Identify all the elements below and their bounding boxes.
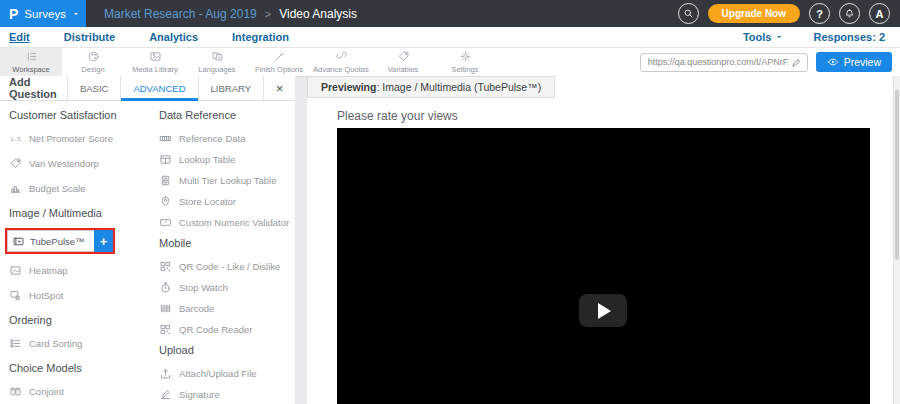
toolbar-item-media-library[interactable]: Media Library: [124, 48, 186, 76]
question-type-qr-code-reader[interactable]: QR Code Reader: [159, 323, 295, 336]
toolbar-item-advance-quotas[interactable]: Advance Quotas: [310, 48, 372, 76]
question-type-label: Reference Data: [179, 133, 246, 144]
bell-icon: [844, 8, 855, 19]
nav-item-distribute[interactable]: Distribute: [64, 31, 115, 43]
toolbar-item-languages[interactable]: ALanguages: [186, 48, 248, 76]
question-column-2: Data ReferenceReference DataLookup Table…: [147, 105, 295, 404]
wand-icon: [273, 50, 286, 63]
play-button[interactable]: [579, 294, 627, 327]
section-title: Image / Multimedia: [9, 207, 147, 219]
tab-library[interactable]: LIBRARY: [198, 76, 263, 100]
toolbar-item-label: Finish Options: [255, 65, 303, 74]
toolbar-item-label: Design: [81, 65, 104, 74]
eye-icon: [827, 56, 839, 68]
nav-item-integration[interactable]: Integration: [232, 31, 289, 43]
primary-nav: EditDistributeAnalyticsIntegration: [9, 31, 289, 43]
upload-icon: [159, 367, 172, 380]
video-icon: [12, 235, 25, 248]
play-icon: [598, 303, 611, 319]
toolbar-item-workspace[interactable]: Workspace: [0, 48, 62, 76]
tiers-icon: [159, 174, 172, 187]
question-type-label: Multi Tier Lookup Table: [179, 175, 277, 186]
question-type-attach-upload-file[interactable]: Attach/Upload File: [159, 367, 295, 380]
search-icon: [683, 8, 694, 19]
questionpro-logo: P: [9, 7, 18, 21]
question-type-signature[interactable]: Signature: [159, 388, 295, 401]
tag-icon: [397, 50, 410, 63]
toolbar-item-variables[interactable]: Variables: [372, 48, 434, 76]
section-title: Customer Satisfaction: [9, 109, 147, 121]
nav-item-analytics[interactable]: Analytics: [149, 31, 198, 43]
toolbar-item-label: Media Library: [132, 65, 177, 74]
data-strip-icon: [159, 132, 172, 145]
toolbar-item-label: Settings: [451, 65, 478, 74]
toolbar-item-label: Advance Quotas: [313, 65, 368, 74]
question-type-qr-code-like-dislike[interactable]: QR Code - Like / Dislike: [159, 260, 295, 273]
nav-right: Tools Responses: 2: [743, 31, 891, 43]
languages-icon: A: [211, 50, 224, 63]
preview-tab-label-bold: Previewing: [321, 81, 376, 93]
cursor-icon: [9, 289, 22, 302]
section-upload: UploadAttach/Upload FileSignature: [159, 344, 295, 401]
close-panel-button[interactable]: ×: [263, 76, 295, 100]
question-type-tubepulse[interactable]: TubePulse™: [7, 230, 94, 252]
breadcrumb: Market Research - Aug 2019 > Video Analy…: [104, 7, 357, 21]
video-player[interactable]: [337, 128, 870, 404]
question-type-conjoint[interactable]: Conjoint: [9, 385, 147, 398]
toolbar-item-settings[interactable]: Settings: [434, 48, 496, 76]
toolbar-item-design[interactable]: Design: [62, 48, 124, 76]
search-button[interactable]: [678, 3, 699, 24]
question-type-label: Budget Scale: [29, 183, 86, 194]
breadcrumb-page-name: Video Analysis: [279, 7, 357, 21]
question-type-label: Card Sorting: [29, 338, 82, 349]
add-question-type-button[interactable]: +: [94, 230, 113, 252]
question-type-store-locator[interactable]: Store Locator: [159, 195, 295, 208]
svg-text:5: 5: [17, 135, 21, 142]
help-button[interactable]: ?: [809, 3, 830, 24]
upgrade-now-button[interactable]: Upgrade Now: [708, 4, 800, 23]
tools-menu[interactable]: Tools: [743, 31, 784, 43]
question-type-hotspot[interactable]: HotSpot: [9, 289, 147, 302]
tools-label: Tools: [743, 31, 772, 43]
question-type-card-sorting[interactable]: Card Sorting: [9, 337, 147, 350]
notifications-button[interactable]: [839, 3, 860, 24]
survey-url-box: [640, 53, 808, 72]
question-type-heatmap[interactable]: Heatmap: [9, 264, 147, 277]
nav-item-edit[interactable]: Edit: [9, 31, 30, 43]
survey-url-input[interactable]: [646, 56, 791, 68]
toolbar-item-label: Workspace: [12, 65, 49, 74]
breadcrumb-survey-name[interactable]: Market Research - Aug 2019: [104, 7, 257, 21]
question-type-budget-scale[interactable]: Budget Scale: [9, 182, 147, 195]
question-type-label: Net Promoter Score: [29, 133, 113, 144]
question-type-barcode[interactable]: Barcode: [159, 302, 295, 315]
avatar[interactable]: A: [869, 3, 890, 24]
surveys-menu-label: Surveys: [24, 8, 66, 20]
question-type-lookup-table[interactable]: Lookup Table: [159, 153, 295, 166]
toolbar-item-finish-options[interactable]: Finish Options: [248, 48, 310, 76]
vertical-scrollbar[interactable]: [893, 76, 900, 404]
tab-advanced[interactable]: ADVANCED: [120, 76, 197, 100]
question-type-reference-data[interactable]: Reference Data: [159, 132, 295, 145]
tab-basic[interactable]: BASIC: [67, 76, 121, 100]
preview-tab: Previewing : Image / Multimedia (TubePul…: [307, 76, 555, 98]
scrollbar-thumb[interactable]: [895, 90, 899, 260]
section-ordering: OrderingCard Sorting: [9, 314, 147, 350]
preview-panel: Previewing : Image / Multimedia (TubePul…: [307, 76, 893, 404]
question-type-label: Conjoint: [29, 386, 64, 397]
cards-icon: [9, 385, 22, 398]
preview-button[interactable]: Preview: [816, 52, 892, 72]
add-question-header: Add Question BASICADVANCEDLIBRARY ×: [0, 76, 295, 101]
responses-link[interactable]: Responses: 2: [813, 31, 885, 43]
section-title: Ordering: [9, 314, 147, 326]
question-type-stop-watch[interactable]: Stop Watch: [159, 281, 295, 294]
edit-url-button[interactable]: [791, 57, 802, 68]
preview-tab-label: : Image / Multimedia (TubePulse™): [376, 81, 541, 93]
bar-chart-icon: [9, 182, 22, 195]
question-type-van-westendorp[interactable]: Van Westendorp: [9, 157, 147, 170]
question-type-custom-numeric-validator[interactable]: *Custom Numeric Validator: [159, 216, 295, 229]
surveys-menu[interactable]: P Surveys: [0, 0, 86, 27]
question-type-multi-tier-lookup-table[interactable]: Multi Tier Lookup Table: [159, 174, 295, 187]
toolbar-right: Preview: [640, 48, 900, 76]
question-type-label: QR Code - Like / Dislike: [179, 261, 280, 272]
question-type-net-promoter-score[interactable]: 15Net Promoter Score: [9, 132, 147, 145]
